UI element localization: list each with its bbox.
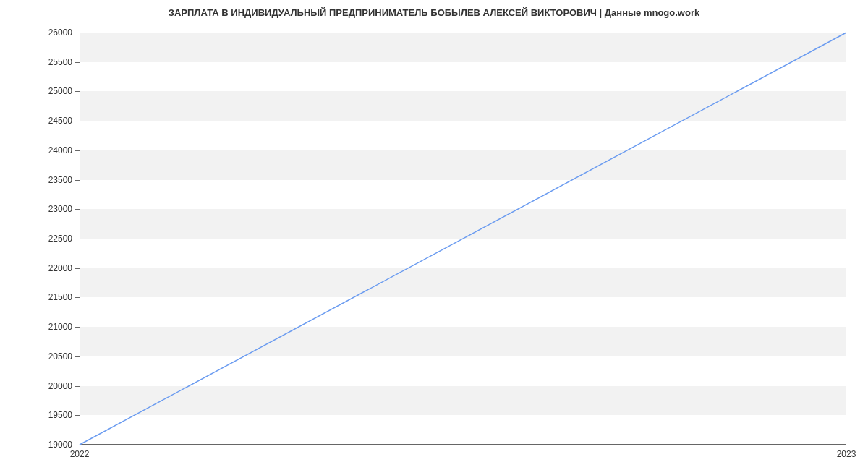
chart-container: ЗАРПЛАТА В ИНДИВИДУАЛЬНЫЙ ПРЕДПРИНИМАТЕЛ… <box>0 0 868 470</box>
y-tick-label: 23000 <box>48 204 72 214</box>
y-tick-label: 21000 <box>48 322 72 332</box>
y-tick <box>75 268 80 269</box>
y-tick <box>75 91 80 92</box>
y-tick <box>75 33 80 33</box>
y-tick-label: 26000 <box>48 27 72 38</box>
chart-svg <box>80 33 846 445</box>
plot-area: 1900019500200002050021000215002200022500… <box>80 33 846 445</box>
y-tick <box>75 239 80 239</box>
y-tick <box>75 209 80 210</box>
y-tick-label: 19000 <box>48 440 72 450</box>
y-tick <box>75 327 80 328</box>
y-tick-label: 25500 <box>48 57 72 67</box>
y-tick <box>75 297 80 298</box>
y-tick-label: 23500 <box>48 175 72 185</box>
y-tick <box>75 62 80 63</box>
y-tick-label: 24500 <box>48 116 72 126</box>
y-tick-label: 20500 <box>48 351 72 362</box>
y-tick <box>75 150 80 151</box>
y-tick <box>75 356 80 357</box>
data-line <box>80 33 846 445</box>
chart-title: ЗАРПЛАТА В ИНДИВИДУАЛЬНЫЙ ПРЕДПРИНИМАТЕЛ… <box>0 7 868 18</box>
y-tick-label: 20000 <box>48 381 72 391</box>
y-tick <box>75 386 80 387</box>
y-tick <box>75 180 80 181</box>
y-tick-label: 21500 <box>48 292 72 302</box>
y-tick-label: 24000 <box>48 145 72 155</box>
y-tick-label: 22500 <box>48 234 72 244</box>
y-tick <box>75 121 80 121</box>
x-tick-label: 2023 <box>837 449 856 459</box>
y-tick-label: 19500 <box>48 410 72 420</box>
x-tick-label: 2022 <box>70 449 90 459</box>
y-tick <box>75 445 80 445</box>
y-tick <box>75 415 80 416</box>
y-tick-label: 22000 <box>48 263 72 273</box>
y-tick-label: 25000 <box>48 86 72 96</box>
